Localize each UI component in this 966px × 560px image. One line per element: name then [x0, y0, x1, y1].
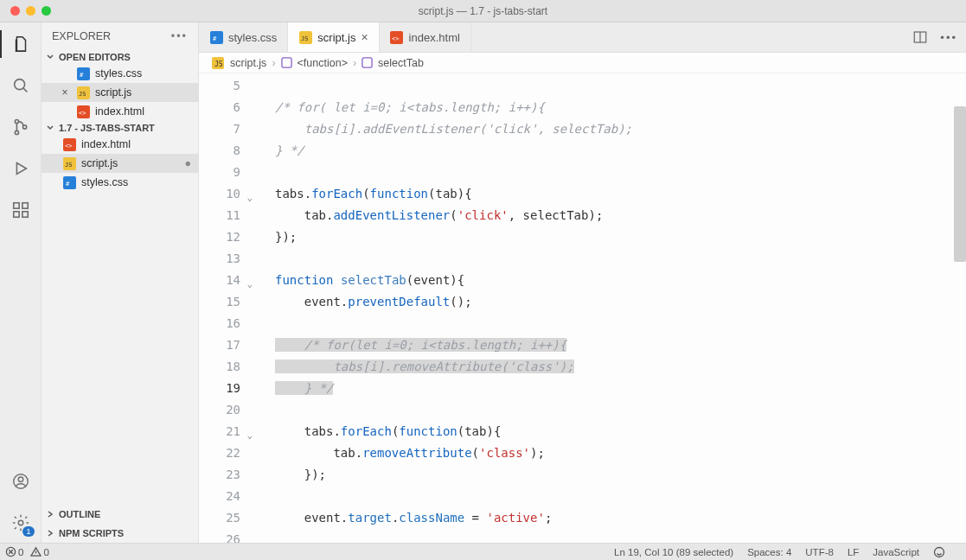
svg-rect-9 — [22, 203, 27, 208]
open-editors-header[interactable]: OPEN EDITORS — [42, 50, 198, 64]
extensions-icon[interactable] — [10, 199, 32, 221]
editor-tab[interactable]: #styles.css — [199, 22, 288, 52]
svg-text:JS: JS — [65, 162, 72, 169]
svg-text:<>: <> — [65, 143, 72, 150]
settings-badge: 1 — [22, 526, 34, 537]
file-label: index.html — [95, 105, 198, 118]
scrollbar[interactable] — [954, 106, 966, 262]
status-language[interactable]: JavaScript — [873, 547, 919, 557]
search-icon[interactable] — [10, 74, 32, 97]
svg-marker-5 — [16, 163, 26, 175]
svg-rect-35 — [281, 58, 291, 67]
line-number[interactable]: 13 — [199, 248, 240, 270]
tab-label: script.js — [317, 31, 355, 44]
line-number[interactable]: 6 — [199, 97, 240, 118]
run-debug-icon[interactable] — [10, 157, 32, 180]
line-number[interactable]: 12 — [199, 226, 240, 248]
js-file-icon: JS — [298, 30, 312, 44]
line-number[interactable]: 17 — [199, 334, 240, 356]
explorer-icon[interactable] — [10, 33, 32, 55]
tab-label: index.html — [409, 31, 460, 44]
js-file-icon: JS — [62, 156, 76, 170]
status-encoding[interactable]: UTF-8 — [805, 547, 834, 557]
editor-more-icon[interactable]: ••• — [940, 31, 957, 44]
editor-tab[interactable]: <>index.html — [380, 22, 471, 52]
code-editor[interactable]: 5678910⌄11121314⌄15161718192021⌄22232425… — [199, 73, 966, 543]
folder-file-item[interactable]: JSscript.js● — [42, 154, 198, 173]
breadcrumb-scope[interactable]: <function> — [297, 57, 348, 69]
line-number[interactable]: 8 — [199, 140, 240, 162]
tab-label: styles.css — [228, 31, 277, 44]
status-spaces[interactable]: Spaces: 4 — [747, 547, 791, 557]
method-icon — [361, 57, 373, 68]
folder-file-item[interactable]: #styles.css — [42, 173, 198, 192]
svg-rect-6 — [13, 203, 18, 208]
svg-point-12 — [18, 520, 23, 525]
line-number[interactable]: 5 — [199, 75, 240, 97]
line-number[interactable]: 9 — [199, 162, 240, 183]
line-number[interactable]: 15 — [199, 291, 240, 313]
outline-section[interactable]: OUTLINE — [42, 505, 198, 524]
source-control-icon[interactable] — [10, 116, 32, 138]
line-number[interactable]: 23 — [199, 464, 240, 486]
line-number[interactable]: 20 — [199, 399, 240, 421]
open-editor-item[interactable]: #styles.css — [42, 64, 198, 83]
line-number[interactable]: 7 — [199, 118, 240, 140]
breadcrumb-symbol[interactable]: selectTab — [378, 57, 424, 69]
status-errors[interactable]: 0 — [5, 546, 23, 557]
close-icon[interactable]: × — [361, 30, 368, 44]
breadcrumb-file[interactable]: script.js — [230, 57, 266, 69]
status-bar: 0 0 Ln 19, Col 10 (89 selected) Spaces: … — [0, 543, 966, 560]
account-icon[interactable] — [10, 470, 32, 493]
css-file-icon: # — [76, 67, 90, 80]
svg-text:JS: JS — [79, 91, 86, 98]
status-cursor[interactable]: Ln 19, Col 10 (89 selected) — [614, 547, 733, 557]
status-feedback-icon[interactable] — [933, 546, 945, 558]
dirty-dot-icon: ● — [184, 157, 198, 169]
file-label: styles.css — [81, 176, 198, 188]
split-editor-icon[interactable] — [912, 29, 928, 45]
file-label: script.js — [95, 86, 198, 99]
explorer-more-icon[interactable]: ••• — [171, 30, 188, 42]
breadcrumb-separator-icon: › — [272, 57, 275, 69]
line-number[interactable]: 18 — [199, 356, 240, 378]
line-number[interactable]: 22 — [199, 442, 240, 464]
folder-file-item[interactable]: <>index.html — [42, 135, 198, 154]
settings-gear-icon[interactable]: 1 — [10, 512, 32, 534]
svg-text:JS: JS — [301, 35, 308, 42]
explorer-sidebar: EXPLORER ••• OPEN EDITORS #styles.css×JS… — [42, 22, 199, 543]
svg-text:JS: JS — [214, 60, 223, 68]
line-number[interactable]: 26 — [199, 529, 240, 543]
open-editor-item[interactable]: <>index.html — [42, 102, 198, 121]
line-number[interactable]: 24 — [199, 486, 240, 507]
line-number[interactable]: 25 — [199, 507, 240, 529]
line-number[interactable]: 11 — [199, 205, 240, 226]
status-warnings[interactable]: 0 — [30, 546, 48, 557]
close-icon[interactable]: × — [59, 86, 71, 99]
status-eol[interactable]: LF — [848, 547, 859, 557]
svg-point-3 — [15, 130, 18, 134]
line-number[interactable]: 10⌄ — [199, 183, 240, 205]
line-number[interactable]: 16 — [199, 313, 240, 334]
svg-point-11 — [18, 477, 23, 482]
svg-point-41 — [935, 547, 944, 557]
editor-tab[interactable]: JSscript.js× — [288, 22, 379, 52]
window-title: script.js — 1.7 - js-tabs-start — [0, 5, 966, 17]
activity-bar: 1 — [0, 22, 42, 543]
html-file-icon: <> — [76, 105, 90, 118]
svg-rect-7 — [13, 212, 18, 217]
editor-tabs: #styles.cssJSscript.js×<>index.html ••• — [199, 22, 966, 53]
js-file-icon: JS — [211, 56, 225, 70]
line-number[interactable]: 14⌄ — [199, 270, 240, 291]
html-file-icon: <> — [62, 137, 76, 151]
svg-text:<>: <> — [392, 35, 399, 42]
breadcrumbs[interactable]: JS script.js › <function> › selectTab — [199, 53, 966, 73]
folder-header[interactable]: 1.7 - JS-TABS-START — [42, 121, 198, 135]
svg-line-1 — [22, 88, 27, 92]
line-number[interactable]: 21⌄ — [199, 421, 240, 442]
open-editor-item[interactable]: ×JSscript.js — [42, 83, 198, 102]
line-number[interactable]: 19 — [199, 378, 240, 399]
svg-rect-8 — [22, 212, 27, 217]
svg-text:<>: <> — [79, 110, 86, 117]
npm-scripts-section[interactable]: NPM SCRIPTS — [42, 524, 198, 543]
